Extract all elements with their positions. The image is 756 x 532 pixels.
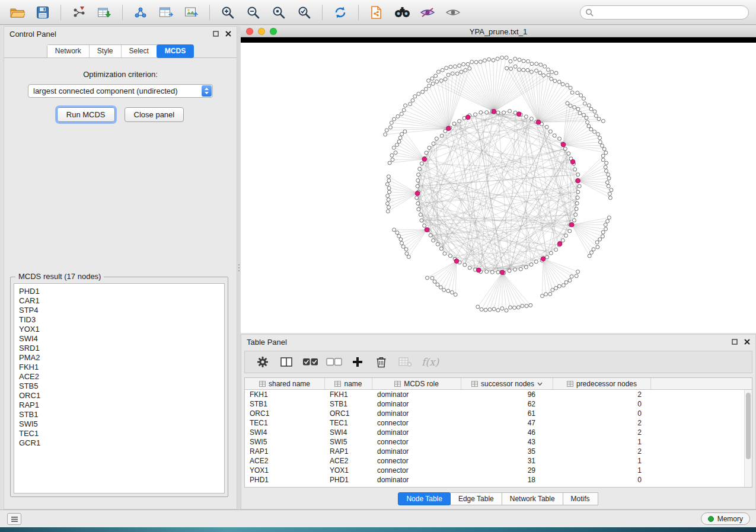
- network-node[interactable]: [385, 182, 389, 186]
- network-node[interactable]: [492, 59, 495, 62]
- network-node[interactable]: [535, 69, 538, 72]
- network-node[interactable]: [402, 108, 406, 112]
- network-node[interactable]: [546, 255, 549, 259]
- dominator-node[interactable]: [454, 259, 459, 264]
- table-row[interactable]: YOX1YOX1connector291: [245, 466, 752, 475]
- network-node[interactable]: [436, 70, 440, 73]
- network-node[interactable]: [502, 111, 506, 114]
- table-row[interactable]: ACE2ACE2connector311: [245, 456, 752, 466]
- mcds-result-item[interactable]: STB1: [19, 410, 224, 419]
- network-node[interactable]: [526, 68, 529, 72]
- network-node[interactable]: [564, 234, 568, 238]
- tab-motifs[interactable]: Motifs: [563, 492, 598, 505]
- network-node[interactable]: [401, 245, 405, 248]
- network-node[interactable]: [594, 114, 598, 118]
- network-node[interactable]: [578, 184, 581, 188]
- network-node[interactable]: [607, 216, 611, 219]
- network-node[interactable]: [608, 196, 612, 200]
- network-node[interactable]: [388, 161, 391, 165]
- network-node[interactable]: [442, 289, 446, 292]
- zoom-in-button[interactable]: [218, 4, 238, 21]
- network-node[interactable]: [607, 184, 610, 188]
- dominator-node[interactable]: [446, 126, 451, 131]
- network-node[interactable]: [444, 78, 447, 81]
- dominator-node[interactable]: [541, 257, 546, 261]
- network-node[interactable]: [589, 107, 593, 111]
- tab-select[interactable]: Select: [122, 45, 157, 57]
- network-node[interactable]: [553, 79, 557, 83]
- open-session-button[interactable]: [7, 4, 27, 21]
- network-node[interactable]: [513, 65, 517, 68]
- network-node[interactable]: [395, 231, 399, 235]
- close-icon[interactable]: [744, 339, 750, 345]
- network-node[interactable]: [569, 86, 572, 89]
- network-node[interactable]: [561, 82, 564, 86]
- memory-button[interactable]: Memory: [701, 512, 750, 525]
- table-row[interactable]: FKH1FKH1dominator962: [245, 390, 752, 399]
- network-node[interactable]: [576, 91, 579, 95]
- network-node[interactable]: [488, 308, 492, 312]
- close-window-icon[interactable]: [246, 28, 253, 35]
- network-node[interactable]: [595, 241, 599, 244]
- network-node[interactable]: [430, 77, 434, 81]
- network-node[interactable]: [454, 65, 457, 68]
- network-node[interactable]: [576, 107, 580, 111]
- network-node[interactable]: [539, 63, 543, 66]
- network-node[interactable]: [521, 304, 524, 307]
- dominator-node[interactable]: [425, 227, 429, 232]
- network-node[interactable]: [562, 284, 565, 287]
- network-node[interactable]: [567, 152, 570, 155]
- network-node[interactable]: [598, 140, 602, 144]
- network-node[interactable]: [427, 79, 430, 82]
- tab-network[interactable]: Network: [47, 45, 90, 57]
- scrollbar-thumb[interactable]: [746, 393, 751, 459]
- optimization-criterion-select[interactable]: largest connected component (undirected): [28, 84, 213, 98]
- network-node[interactable]: [513, 306, 516, 309]
- network-node[interactable]: [448, 254, 452, 258]
- network-node[interactable]: [468, 67, 471, 70]
- column-header-MCDS-role[interactable]: MCDS role: [372, 378, 461, 389]
- mcds-result-item[interactable]: FKH1: [19, 363, 224, 372]
- network-node[interactable]: [529, 117, 533, 120]
- column-header-successor-nodes[interactable]: successor nodes: [461, 378, 553, 389]
- table-row[interactable]: SWI4SWI4dominator462: [245, 428, 752, 437]
- network-node[interactable]: [601, 119, 605, 123]
- column-header-predecessor-nodes[interactable]: predecessor nodes: [553, 378, 651, 389]
- table-row[interactable]: PHD1PHD1dominator180: [245, 475, 752, 485]
- disabled-table-button[interactable]: [395, 354, 414, 370]
- columns-button[interactable]: [277, 354, 296, 370]
- zoom-fit-button[interactable]: [269, 4, 289, 21]
- network-node[interactable]: [585, 116, 588, 120]
- float-window-icon[interactable]: [213, 31, 219, 37]
- network-node[interactable]: [513, 268, 517, 271]
- table-row[interactable]: TEC1TEC1connector472: [245, 418, 752, 428]
- network-node[interactable]: [391, 158, 394, 162]
- network-node[interactable]: [496, 309, 500, 312]
- network-node[interactable]: [432, 239, 435, 242]
- network-node[interactable]: [390, 121, 393, 124]
- network-node[interactable]: [545, 125, 548, 129]
- network-node[interactable]: [439, 286, 442, 289]
- network-node[interactable]: [425, 151, 428, 155]
- network-node[interactable]: [554, 286, 558, 290]
- network-node[interactable]: [575, 207, 578, 211]
- network-node[interactable]: [525, 305, 528, 308]
- network-node[interactable]: [547, 73, 550, 77]
- network-node[interactable]: [446, 289, 450, 293]
- network-node[interactable]: [596, 133, 600, 136]
- network-node[interactable]: [551, 289, 554, 292]
- mcds-result-item[interactable]: PMA2: [19, 353, 224, 363]
- deselect-all-button[interactable]: [324, 354, 343, 370]
- network-node[interactable]: [386, 194, 390, 198]
- network-node[interactable]: [428, 146, 431, 150]
- network-node[interactable]: [458, 120, 461, 123]
- network-node[interactable]: [440, 134, 444, 137]
- network-node[interactable]: [508, 269, 511, 273]
- network-node[interactable]: [480, 307, 483, 311]
- network-node[interactable]: [542, 73, 546, 77]
- network-node[interactable]: [588, 254, 591, 258]
- network-node[interactable]: [607, 177, 611, 180]
- network-node[interactable]: [462, 63, 465, 66]
- network-node[interactable]: [476, 305, 480, 309]
- network-node[interactable]: [534, 260, 538, 264]
